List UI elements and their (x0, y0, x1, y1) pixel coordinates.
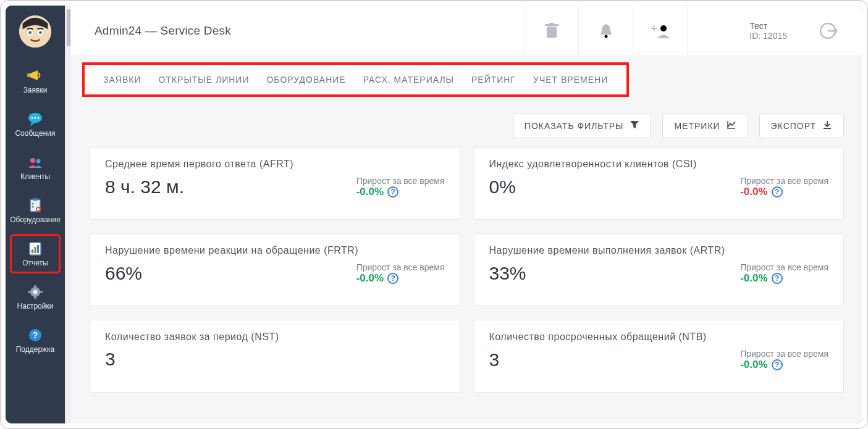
tabs: ЗАЯВКИ ОТКРЫТЫЕ ЛИНИИ ОБОРУДОВАНИЕ РАСХ.… (82, 62, 629, 97)
growth-label: Прирост за все время (740, 349, 828, 359)
svg-rect-28 (40, 291, 43, 293)
metric-card[interactable]: Количество просроченных обращений (NTB)3… (474, 320, 845, 393)
sidebar-item-clients[interactable]: Клиенты (10, 148, 61, 187)
tab-requests[interactable]: ЗАЯВКИ (95, 71, 150, 88)
tab-open-lines[interactable]: ОТКРЫТЫЕ ЛИНИИ (150, 71, 258, 88)
svg-point-2 (28, 31, 32, 34)
sidebar-item-reports[interactable]: Отчеты (10, 234, 61, 273)
svg-point-34 (604, 35, 607, 38)
user-block[interactable]: Тест ID: 12015 (687, 6, 809, 56)
tab-equipment[interactable]: ОБОРУДОВАНИЕ (258, 71, 354, 88)
svg-rect-31 (547, 27, 557, 38)
svg-point-10 (30, 158, 35, 163)
card-growth: Прирост за все время-0.0%? (740, 176, 828, 198)
notifications-button[interactable] (578, 6, 633, 56)
card-title: Нарушение времени реакции на обращение (… (105, 245, 445, 256)
svg-rect-18 (37, 209, 40, 210)
svg-rect-37 (653, 25, 654, 31)
export-button[interactable]: ЭКСПОРТ (759, 113, 844, 138)
svg-point-35 (660, 25, 667, 31)
growth-value: -0.0%? (740, 272, 828, 285)
sidebar-item-requests[interactable]: Заявки (10, 61, 61, 101)
svg-point-4 (39, 31, 42, 34)
filter-icon (630, 120, 639, 131)
growth-label: Прирост за все время (356, 262, 445, 272)
help-icon[interactable]: ? (387, 273, 398, 284)
sidebar-item-label: Оборудование (10, 216, 61, 223)
svg-rect-13 (33, 198, 38, 201)
tab-timesheet[interactable]: УЧЕТ ВРЕМЕНИ (525, 71, 617, 88)
button-label: ПОКАЗАТЬ ФИЛЬТРЫ (525, 121, 624, 131)
help-icon[interactable]: ? (772, 186, 783, 198)
card-value: 3 (105, 349, 116, 370)
svg-rect-26 (35, 296, 36, 299)
metric-card[interactable]: Нарушение времени выполнения заявок (ART… (474, 233, 845, 306)
scrollbar[interactable] (65, 6, 71, 423)
button-label: МЕТРИКИ (674, 121, 720, 131)
card-title: Нарушение времени выполнения заявок (ART… (489, 245, 829, 256)
growth-label: Прирост за все время (356, 176, 445, 186)
sidebar-item-equipment[interactable]: Оборудование (10, 191, 61, 230)
metric-card[interactable]: Нарушение времени реакции на обращение (… (90, 233, 460, 306)
svg-point-15 (32, 206, 34, 208)
logout-button[interactable] (809, 6, 846, 56)
metric-card[interactable]: Количество заявок за период (NST)3 (90, 320, 460, 393)
content: Admin24 — Service Desk Тест ID: 12015 ЗА… (71, 6, 862, 423)
card-title: Количество просроченных обращений (NTB) (489, 331, 829, 343)
growth-value: -0.0%? (356, 272, 445, 285)
metrics-button[interactable]: МЕТРИКИ (662, 113, 748, 138)
svg-text:?: ? (33, 330, 38, 340)
svg-rect-39 (824, 128, 831, 129)
card-growth: Прирост за все время-0.0%? (740, 262, 828, 285)
delete-button[interactable] (524, 6, 578, 56)
svg-rect-22 (37, 245, 39, 253)
chart-icon (727, 120, 736, 131)
gear-icon (27, 284, 44, 300)
sidebar-item-label: Клиенты (20, 173, 50, 180)
button-label: ЭКСПОРТ (771, 121, 816, 131)
sidebar-item-label: Настройки (17, 302, 54, 310)
sidebar-item-settings[interactable]: Настройки (10, 277, 61, 317)
card-growth: Прирост за все время-0.0%? (356, 176, 445, 198)
svg-rect-5 (27, 73, 30, 77)
sidebar-item-support[interactable]: ? Поддержка (10, 320, 61, 360)
help-icon[interactable]: ? (772, 273, 783, 284)
metric-cards: Среднее время первого ответа (AFRT)8 ч. … (71, 147, 862, 393)
metric-card[interactable]: Индекс удовлетворенности клиентов (CSI)0… (474, 147, 845, 220)
growth-value: -0.0%? (356, 186, 445, 198)
sidebar-item-label: Заявки (23, 86, 48, 94)
tab-materials[interactable]: РАСХ. МАТЕРИАЛЫ (355, 71, 463, 88)
svg-rect-20 (32, 249, 33, 253)
megaphone-icon (27, 68, 44, 84)
avatar[interactable] (18, 14, 53, 49)
card-growth: Прирост за все время-0.0%? (740, 349, 828, 371)
growth-label: Прирост за все время (740, 262, 828, 272)
tab-rating[interactable]: РЕЙТИНГ (463, 71, 525, 88)
svg-point-7 (32, 117, 33, 119)
user-id: ID: 12015 (749, 31, 787, 41)
help-icon[interactable]: ? (387, 186, 398, 198)
card-value: 33% (489, 263, 526, 284)
metric-card[interactable]: Среднее время первого ответа (AFRT)8 ч. … (90, 147, 460, 220)
add-user-button[interactable] (633, 6, 687, 56)
user-name: Тест (749, 21, 787, 31)
clipboard-icon (27, 198, 44, 214)
people-icon (27, 154, 44, 170)
card-title: Среднее время первого ответа (AFRT) (105, 159, 445, 170)
sidebar-item-label: Отчеты (22, 259, 48, 267)
svg-rect-25 (35, 285, 36, 288)
svg-rect-21 (35, 247, 36, 253)
download-icon (822, 120, 832, 131)
svg-rect-33 (549, 23, 554, 25)
show-filters-button[interactable]: ПОКАЗАТЬ ФИЛЬТРЫ (513, 113, 652, 138)
card-title: Количество заявок за период (NST) (105, 331, 445, 343)
scroll-thumb[interactable] (67, 9, 70, 46)
svg-point-24 (33, 290, 38, 294)
actionbar: ПОКАЗАТЬ ФИЛЬТРЫ МЕТРИКИ ЭКСПОРТ (71, 113, 862, 147)
page-title: Admin24 — Service Desk (95, 24, 231, 38)
sidebar-item-messages[interactable]: Сообщения (10, 104, 61, 144)
growth-value: -0.0%? (740, 359, 828, 371)
help-icon[interactable]: ? (772, 359, 783, 370)
sidebar: Заявки Сообщения Клиенты Оборудование От (6, 6, 65, 423)
card-title: Индекс удовлетворенности клиентов (CSI) (489, 159, 829, 170)
